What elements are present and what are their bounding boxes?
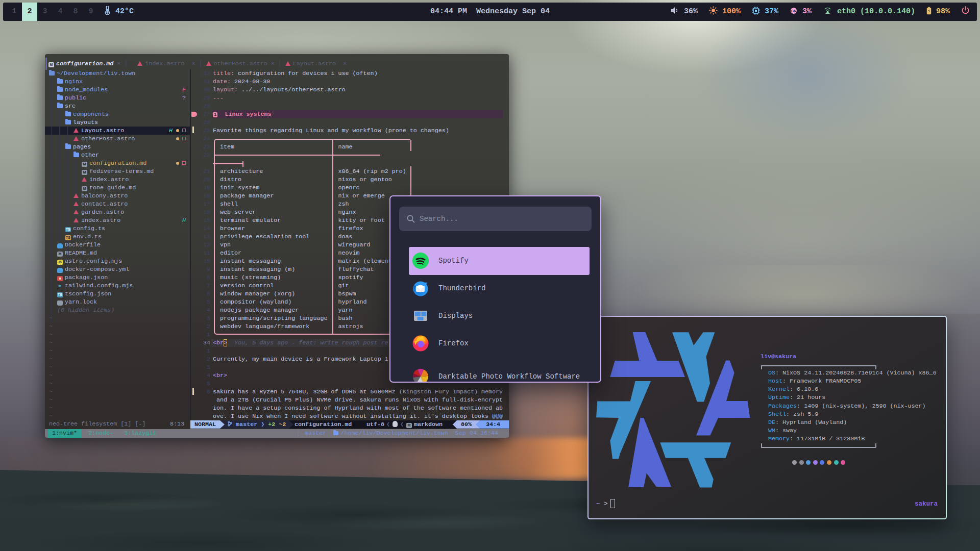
svg-text:GN: GN [791,9,797,12]
